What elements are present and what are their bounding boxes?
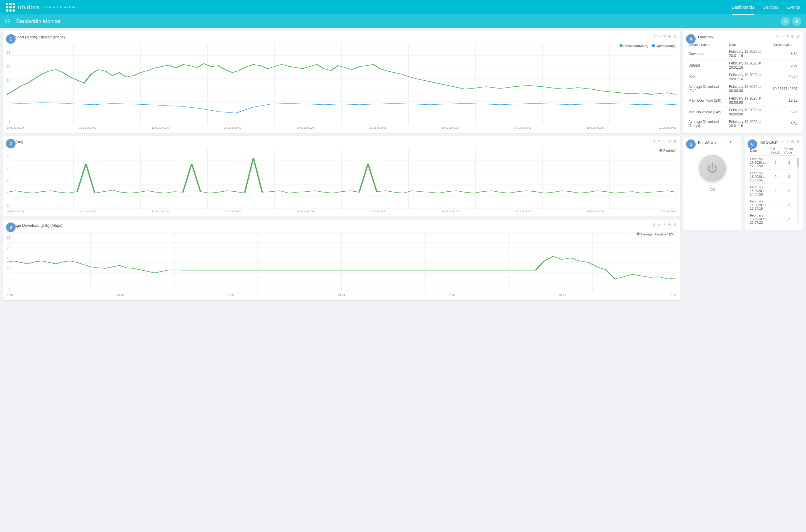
share-icon[interactable]: ↷	[663, 223, 666, 227]
download-icon[interactable]: ⬇	[652, 139, 656, 143]
widget3-svg	[6, 232, 676, 292]
widget-kill-switch-control: 5 Kill Switch ▼ ⏻ Off	[683, 136, 742, 230]
logo-sub: FOR EDUCATION	[44, 6, 76, 9]
table-row: February 13 2020 at 22:07:2202	[748, 212, 796, 226]
delete-icon[interactable]: 🗑	[796, 34, 800, 39]
widget-badge-3: 3	[6, 223, 16, 232]
stop-button[interactable]: ■	[792, 17, 801, 26]
table-row: February 16 2020 at 17:37:5802	[748, 156, 796, 170]
logo-text: ubidots	[18, 4, 40, 11]
widget-kill-switch-log: 6 Kill Switch ⬇ ✏ ↷ ⚙ 🗑 Date Kill Switch	[745, 136, 803, 230]
settings-icon[interactable]: ⚙	[791, 139, 794, 144]
log-col-kill: Kill Switch	[769, 146, 783, 156]
share-icon[interactable]: ↷	[786, 34, 789, 39]
table-row: DownloadFebruary 19 2020 at 20:01:168.34	[687, 48, 800, 60]
share-icon[interactable]: ↷	[786, 139, 789, 144]
col-value: Current value	[771, 42, 800, 48]
widget-ping: 2 Ping (ms) ⬇ ✏ ↷ ⚙ 🗑 86 80 70 60 50 39	[3, 136, 680, 216]
table-row: February 15 2020 at 15:07:5502	[748, 170, 796, 184]
edit-icon[interactable]: ✏	[781, 139, 784, 144]
delete-icon[interactable]: 🗑	[796, 139, 800, 144]
widget1-title: Download (Mbps), Upload (Mbps)	[6, 35, 676, 39]
dashboard-bar: ☷ Bandwidth Monitor ↻ ■	[0, 14, 806, 28]
power-button[interactable]: ⏻	[699, 155, 726, 182]
table-row: Max. Download [24h]February 19 2020 at 0…	[687, 95, 800, 107]
download-icon[interactable]: ⬇	[775, 139, 779, 144]
power-icon: ⏻	[707, 162, 718, 174]
table-row: February 14 2020 at 15:37:1902	[748, 198, 796, 212]
widget1-chart-area: Download(Mbps) Upload(Mbps)	[6, 44, 676, 129]
overview-table: Variable name Date Current value Downloa…	[687, 42, 800, 130]
edit-icon[interactable]: ✏	[657, 223, 661, 227]
widget1-legend: Download(Mbps) Upload(Mbps)	[619, 44, 676, 48]
nav-item-dashboards[interactable]: Dashboards	[732, 4, 754, 11]
widget2-svg	[6, 149, 676, 209]
delete-icon[interactable]: 🗑	[673, 34, 677, 39]
settings-icon[interactable]: ⚙	[668, 139, 671, 143]
widget3-x-labels: 01 07 01 10 01 01 01 04 01 07 01 10 01 0…	[6, 293, 676, 297]
widget-badge-6: 6	[748, 139, 757, 149]
widget2-icons: ⬇ ✏ ↷ ⚙ 🗑	[652, 139, 677, 143]
settings-icon[interactable]: ⚙	[668, 34, 671, 39]
widget1-x-labels: 10 02 at 00:00 11 02 at 00:00 12 02 at 0…	[6, 126, 676, 129]
settings-icon[interactable]: ⚙	[668, 223, 671, 227]
share-icon[interactable]: ↷	[663, 139, 666, 143]
table-row: Average Download [7days]February 19 2020…	[687, 118, 800, 130]
widget-avg-download: 3 Average Download [24h] (Mbps) ⬇ ✏ ↷ ⚙ …	[3, 220, 680, 300]
hamburger-menu-icon[interactable]: ☷	[5, 18, 10, 25]
widget1-svg	[6, 44, 676, 125]
logo-dots-icon	[6, 3, 15, 12]
widget3-chart-area: Average Download [24...	[6, 232, 676, 297]
scrollbar[interactable]	[797, 158, 799, 223]
edit-icon[interactable]: ✏	[657, 34, 661, 39]
table-row: Min. Download [24h]February 19 2020 at 0…	[687, 107, 800, 118]
table-row: February 15 2020 at 14:37:5802	[748, 184, 796, 198]
nav-item-devices[interactable]: Devices	[763, 4, 778, 11]
delete-icon[interactable]: 🗑	[673, 139, 677, 143]
col-date: Date	[727, 42, 771, 48]
widget2-x-labels: 10 02 at 00:00 11 02 at 00:00 12 02 at 0…	[6, 210, 676, 213]
edit-icon[interactable]: ✏	[657, 139, 661, 143]
share-icon[interactable]: ↷	[663, 34, 666, 39]
switch-status-label: Off	[710, 187, 715, 192]
widget4-icons: ⬇ ✏ ↷ ⚙ 🗑	[775, 34, 800, 39]
scrollbar-thumb	[797, 158, 799, 167]
download-icon[interactable]: ⬇	[652, 223, 656, 227]
left-column: 1 Download (Mbps), Upload (Mbps) ⬇ ✏ ↷ ⚙…	[3, 31, 680, 300]
download-icon[interactable]: ⬇	[775, 34, 779, 39]
kill-switch-dropdown[interactable]: ▼	[729, 139, 732, 144]
undo-button[interactable]: ↻	[781, 17, 790, 26]
widget2-legend: Ping(ms)	[659, 149, 676, 152]
widget-overview: 4 Overview ⬇ ✏ ↷ ⚙ 🗑 Variable name Date …	[683, 31, 803, 133]
widget2-chart-area: Ping(ms)	[6, 149, 676, 213]
top-navigation: ubidots FOR EDUCATION Dashboards Devices…	[0, 0, 806, 14]
main-grid: 1 Download (Mbps), Upload (Mbps) ⬇ ✏ ↷ ⚙…	[0, 28, 806, 303]
widget-badge-2: 2	[6, 139, 16, 149]
widget5-title: Kill Switch	[698, 140, 716, 145]
settings-icon[interactable]: ⚙	[791, 34, 794, 39]
widget-badge-4: 4	[686, 34, 696, 44]
table-row: UploadFebruary 19 2020 at 20:01:165.63	[687, 60, 800, 71]
widget-badge-5: 5	[686, 139, 696, 149]
log-col-reset: Reset Code	[783, 146, 796, 156]
widget3-icons: ⬇ ✏ ↷ ⚙ 🗑	[652, 223, 677, 227]
widget2-title: Ping (ms)	[6, 139, 676, 144]
widget-badge-1: 1	[6, 34, 16, 44]
table-row: PingFebruary 19 2020 at 20:01:1653.79	[687, 71, 800, 83]
table-row: Average Download [24h]February 19 2020 a…	[687, 83, 800, 95]
logo-area: ubidots FOR EDUCATION	[6, 3, 76, 12]
log-table: Date Kill Switch Reset Code February 16 …	[748, 146, 796, 226]
dashboard-bar-icons: ↻ ■	[781, 17, 801, 26]
dashboard-title: Bandwidth Monitor	[16, 18, 777, 24]
widget1-icons: ⬇ ✏ ↷ ⚙ 🗑	[652, 34, 677, 39]
delete-icon[interactable]: 🗑	[673, 223, 677, 227]
edit-icon[interactable]: ✏	[781, 34, 784, 39]
kill-switch-control-area: ⏻ Off	[687, 146, 738, 192]
nav-item-events[interactable]: Events	[787, 4, 800, 11]
widget3-legend: Average Download [24...	[637, 232, 676, 236]
nav-items: Dashboards Devices Events	[732, 4, 800, 11]
widget3-title: Average Download [24h] (Mbps)	[6, 223, 676, 228]
widget6-icons: ⬇ ✏ ↷ ⚙ 🗑	[775, 139, 800, 144]
bottom-right-row: 5 Kill Switch ▼ ⏻ Off 6 Kill Switch ⬇ ✏ …	[683, 136, 803, 230]
download-icon[interactable]: ⬇	[652, 34, 656, 39]
